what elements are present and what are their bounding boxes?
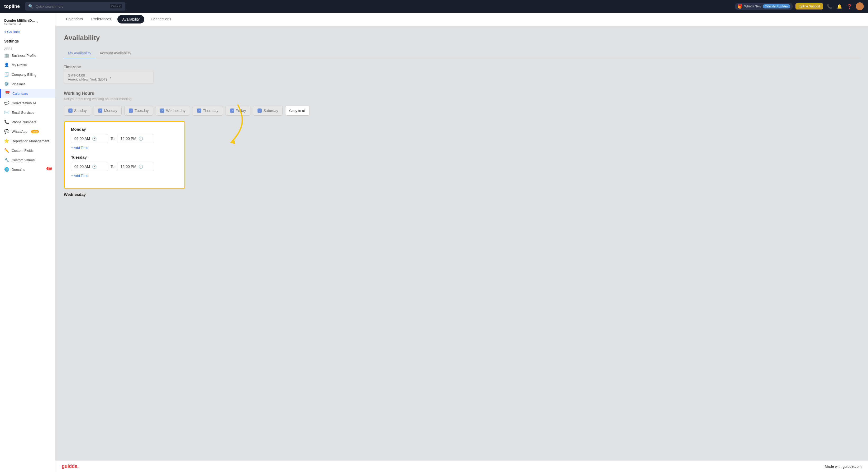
search-icon: 🔍	[28, 4, 33, 9]
saturday-checkbox: ✓	[257, 109, 262, 113]
timezone-value: GMT-04:00 America/New_York (EDT)	[68, 73, 107, 81]
subnav: Calendars Preferences Availability Conne…	[55, 13, 868, 26]
avatar[interactable]	[856, 2, 864, 10]
support-button[interactable]: topline Support	[796, 3, 823, 9]
day-button-tuesday[interactable]: ✓ Tuesday	[124, 106, 153, 116]
monday-add-time[interactable]: + Add Time	[71, 145, 178, 150]
clock-icon-2: 🕐	[138, 137, 143, 141]
custom-fields-icon: ✏️	[4, 148, 9, 153]
sidebar-item-pipelines[interactable]: ⚙️ Pipelines	[0, 79, 55, 89]
go-back-link[interactable]: < Go Back	[0, 29, 55, 37]
search-shortcut: Ctrl + K	[110, 4, 122, 8]
search-input[interactable]	[36, 4, 107, 8]
sidebar-item-my-profile[interactable]: 👤 My Profile	[0, 60, 55, 70]
day-button-saturday[interactable]: ✓ Saturday	[253, 106, 283, 116]
sidebar-item-conversation-ai[interactable]: 💬 Conversation AI	[0, 98, 55, 108]
notifications-icon[interactable]: 🔔	[836, 3, 843, 10]
business-profile-icon: 🏢	[4, 53, 9, 58]
copy-to-all-button[interactable]: Copy to all	[285, 106, 309, 116]
sidebar-item-calendars[interactable]: 📅 Calendars	[0, 89, 55, 98]
friday-label: Friday	[236, 109, 246, 113]
day-button-friday[interactable]: ✓ Friday	[225, 106, 251, 116]
sidebar-item-whatsapp[interactable]: 💬 WhatsApp beta	[0, 127, 55, 136]
wednesday-row-label: Wednesday	[64, 192, 860, 197]
tab-preferences[interactable]: Preferences	[87, 13, 115, 25]
day-button-thursday[interactable]: ✓ Thursday	[193, 106, 223, 116]
wednesday-checkbox: ✓	[160, 109, 164, 113]
custom-values-icon: 🔧	[4, 157, 9, 163]
monday-time-range: 09:00 AM 🕐 To 12:00 PM 🕐	[71, 134, 178, 143]
to-label-monday: To	[111, 137, 115, 141]
wednesday-label: Wednesday	[166, 109, 185, 113]
search-bar[interactable]: 🔍 Ctrl + K	[25, 2, 125, 10]
sidebar-item-label: My Profile	[11, 63, 27, 67]
monday-row: Monday 09:00 AM 🕐 To 12:00 PM 🕐	[71, 127, 178, 150]
footer: guidde. Made with guidde.com	[55, 461, 868, 472]
day-button-monday[interactable]: ✓ Monday	[94, 106, 122, 116]
tuesday-add-time[interactable]: + Add Time	[71, 173, 178, 178]
account-name: Dunder Mifflin (D...	[4, 19, 35, 23]
sidebar-item-domains[interactable]: 🌐 Domains 17	[0, 165, 55, 174]
account-switcher[interactable]: Dunder Mifflin (D... Scranton, PA ▾	[0, 17, 55, 29]
sidebar-item-label: Email Services	[11, 111, 34, 115]
timezone-dropdown[interactable]: GMT-04:00 America/New_York (EDT) ▾	[64, 71, 154, 84]
svg-marker-0	[230, 139, 235, 144]
tab-availability[interactable]: Availability	[117, 15, 144, 24]
tab-account-availability[interactable]: Account Availability	[95, 48, 135, 58]
saturday-label: Saturday	[263, 109, 278, 113]
whats-new-label: What's New	[744, 4, 761, 8]
conversation-ai-icon: 💬	[4, 100, 9, 105]
sidebar-item-reputation-management[interactable]: ⭐ Reputation Management	[0, 136, 55, 146]
monday-to-input[interactable]: 12:00 PM 🕐	[117, 134, 154, 143]
whats-new-button[interactable]: 🎁 What's New Calendar Updates	[735, 3, 793, 10]
inner-tabs: My Availability Account Availability	[64, 48, 860, 58]
thursday-label: Thursday	[203, 109, 218, 113]
email-services-icon: ✉️	[4, 110, 9, 115]
sidebar: Dunder Mifflin (D... Scranton, PA ▾ < Go…	[0, 13, 55, 472]
monday-checkbox: ✓	[98, 109, 102, 113]
sidebar-item-label: Company Billing	[11, 72, 36, 77]
main-area: Calendars Preferences Availability Conne…	[55, 13, 868, 472]
sidebar-item-business-profile[interactable]: 🏢 Business Profile	[0, 51, 55, 60]
sidebar-item-label: Reputation Management	[11, 139, 49, 143]
sidebar-item-label: Domains	[11, 168, 25, 172]
tab-calendars[interactable]: Calendars	[62, 13, 87, 25]
content-area: Availability My Availability Account Ava…	[55, 26, 868, 461]
tab-my-availability[interactable]: My Availability	[64, 48, 95, 58]
sidebar-item-label: Pipelines	[11, 82, 26, 86]
pipelines-icon: ⚙️	[4, 82, 9, 86]
day-button-wednesday[interactable]: ✓ Wednesday	[156, 106, 190, 116]
tab-connections[interactable]: Connections	[147, 13, 176, 25]
top-navigation: topline 🔍 Ctrl + K 🎁 What's New Calendar…	[0, 0, 868, 13]
topnav-right: 🎁 What's New Calendar Updates topline Su…	[735, 2, 864, 10]
company-billing-icon: 🧾	[4, 72, 9, 77]
calendar-updates-badge: Calendar Updates	[763, 4, 790, 8]
tuesday-from-value: 09:00 AM	[74, 165, 90, 169]
account-location: Scranton, PA	[4, 23, 35, 26]
help-icon[interactable]: ❓	[846, 3, 853, 10]
chevron-down-icon: ▾	[36, 20, 38, 24]
monday-from-input[interactable]: 09:00 AM 🕐	[71, 134, 108, 143]
friday-checkbox: ✓	[230, 109, 234, 113]
sidebar-item-custom-fields[interactable]: ✏️ Custom Fields	[0, 146, 55, 155]
monday-label: Monday	[104, 109, 117, 113]
whats-new-icon: 🎁	[737, 4, 743, 9]
sidebar-item-company-billing[interactable]: 🧾 Company Billing	[0, 70, 55, 79]
sidebar-item-phone-numbers[interactable]: 📞 Phone Numbers	[0, 117, 55, 127]
sunday-label: Sunday	[74, 109, 87, 113]
my-profile-icon: 👤	[4, 63, 9, 67]
sidebar-item-custom-values[interactable]: 🔧 Custom Values	[0, 155, 55, 165]
tuesday-to-input[interactable]: 12:00 PM 🕐	[117, 162, 154, 171]
layout: Dunder Mifflin (D... Scranton, PA ▾ < Go…	[0, 0, 868, 472]
tuesday-row: Tuesday 09:00 AM 🕐 To 12:00 PM 🕐	[71, 155, 178, 178]
phone-numbers-icon: 📞	[4, 120, 9, 124]
sidebar-item-email-services[interactable]: ✉️ Email Services	[0, 108, 55, 117]
tuesday-label: Tuesday	[134, 109, 149, 113]
footer-text: Made with guidde.com	[825, 464, 862, 469]
day-button-sunday[interactable]: ✓ Sunday	[64, 106, 91, 116]
monday-row-label: Monday	[71, 127, 178, 131]
time-slots-highlight-box: Monday 09:00 AM 🕐 To 12:00 PM 🕐	[64, 121, 185, 189]
tuesday-from-input[interactable]: 09:00 AM 🕐	[71, 162, 108, 171]
phone-icon[interactable]: 📞	[826, 3, 833, 10]
thursday-checkbox: ✓	[197, 109, 201, 113]
